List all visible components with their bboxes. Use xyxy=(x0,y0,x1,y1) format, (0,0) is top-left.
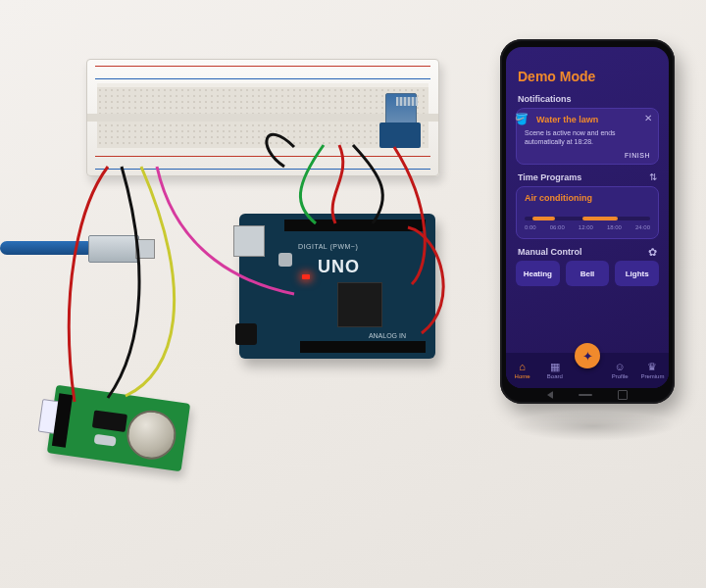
home-bar-icon xyxy=(579,394,592,396)
program-name: Air conditioning xyxy=(525,193,592,203)
board-name: UNO xyxy=(318,257,360,277)
notification-body: Scene is active now and ends automatical… xyxy=(525,128,623,146)
usb-cable xyxy=(0,229,137,274)
notification-title: Water the lawn xyxy=(525,115,598,124)
section-notifications: Notifications xyxy=(518,94,572,104)
tab-home[interactable]: ⌂Home xyxy=(506,353,538,388)
page-title: Demo Mode xyxy=(518,69,595,84)
app-screen[interactable]: Demo Mode Notifications 🪣 Water the lawn… xyxy=(506,47,669,388)
home-icon: ⌂ xyxy=(519,362,526,372)
tab-premium[interactable]: ♛Premium xyxy=(636,353,669,388)
tab-board[interactable]: ▦Board xyxy=(538,353,571,388)
board-icon: ▦ xyxy=(550,362,560,372)
android-navbar[interactable] xyxy=(506,390,669,400)
star-icon[interactable]: ✦ xyxy=(575,343,600,368)
section-manual-control: Manual Control xyxy=(518,247,582,257)
close-icon[interactable]: ✕ xyxy=(644,113,652,123)
power-led-icon xyxy=(302,274,310,279)
tab-profile[interactable]: ☺Profile xyxy=(604,353,636,388)
workbench-scene: DIGITAL (PWM~) UNO ANALOG IN Demo Mode N… xyxy=(0,0,706,588)
tick: 12:00 xyxy=(579,224,593,230)
back-icon xyxy=(547,391,553,399)
pill-lights[interactable]: Lights xyxy=(615,261,659,286)
recents-icon xyxy=(618,390,628,400)
tick: 0:00 xyxy=(525,224,536,230)
tick: 06:00 xyxy=(550,224,565,230)
tick: 18:00 xyxy=(607,224,622,230)
pill-heating[interactable]: Heating xyxy=(516,261,560,286)
section-time-programs: Time Programs xyxy=(518,172,581,182)
time-program-card[interactable]: Air conditioning 0:00 06:00 12:00 18:00 … xyxy=(516,186,659,239)
profile-icon: ☺ xyxy=(615,362,626,372)
settings-icon[interactable]: ✿ xyxy=(648,246,657,259)
analog-label: ANALOG IN xyxy=(369,332,406,339)
crown-icon: ♛ xyxy=(647,362,657,372)
smartphone: Demo Mode Notifications 🪣 Water the lawn… xyxy=(500,39,675,404)
finish-button[interactable]: FINISH xyxy=(625,152,650,159)
reorder-icon[interactable]: ⇅ xyxy=(649,172,657,182)
rtc-module xyxy=(47,385,190,472)
digital-label: DIGITAL (PWM~) xyxy=(298,243,358,250)
tick: 24:00 xyxy=(635,224,650,230)
arduino-uno: DIGITAL (PWM~) UNO ANALOG IN xyxy=(239,214,435,359)
bottom-tabbar: ⌂Home ▦Board ✦ ☺Profile ♛Premium xyxy=(506,353,669,388)
timeline: 0:00 06:00 12:00 18:00 24:00 xyxy=(525,211,650,230)
pill-bell[interactable]: Bell xyxy=(566,261,610,286)
tab-action[interactable]: ✦ xyxy=(571,353,603,388)
notification-card[interactable]: 🪣 Water the lawn ✕ Scene is active now a… xyxy=(516,108,659,165)
bluetooth-module xyxy=(379,93,421,148)
breadboard xyxy=(86,59,439,176)
